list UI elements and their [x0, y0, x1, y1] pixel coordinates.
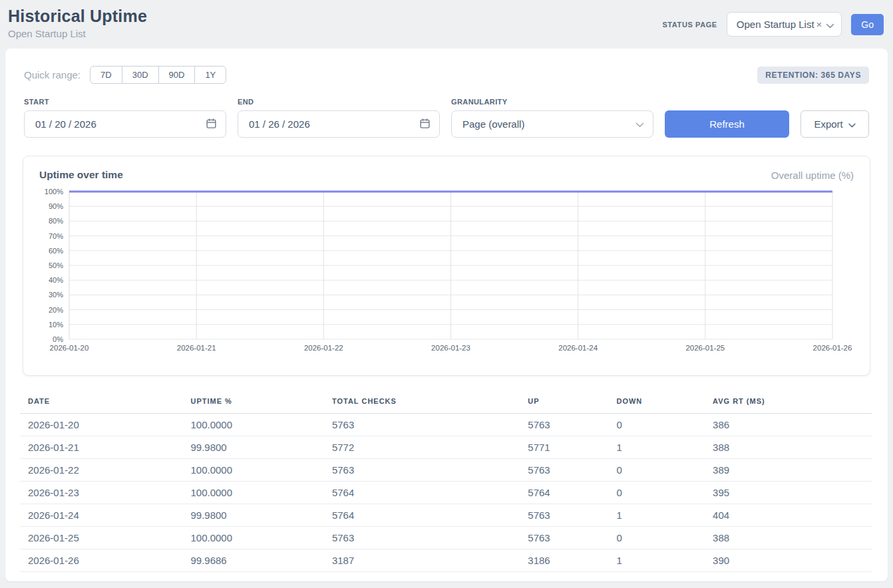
table-cell: 99.9800 — [182, 436, 323, 459]
table-cell: 1 — [608, 504, 705, 527]
chart-legend: Overall uptime (%) — [771, 170, 854, 181]
page-subtitle: Open Startup List — [8, 28, 147, 39]
table-cell: 2026-01-20 — [20, 414, 182, 436]
go-button[interactable]: Go — [851, 14, 884, 35]
table-cell: 5763 — [324, 527, 520, 549]
title-block: Historical Uptime Open Startup List — [8, 7, 147, 39]
status-page-label: STATUS PAGE — [662, 21, 717, 29]
table-cell: 2026-01-23 — [20, 482, 182, 504]
y-axis-tick: 10% — [49, 321, 63, 329]
start-date-input[interactable]: 01 / 20 / 2026 — [24, 110, 226, 138]
table-cell: 5764 — [324, 504, 520, 527]
topbar: Historical Uptime Open Startup List STAT… — [5, 0, 888, 49]
table-cell: 5763 — [520, 504, 608, 527]
topbar-right: STATUS PAGE Open Startup List × Go — [662, 12, 884, 37]
y-axis-tick: 30% — [49, 291, 63, 299]
historical-uptime-page: Historical Uptime Open Startup List STAT… — [0, 0, 893, 581]
column-header: UPTIME % — [182, 393, 323, 414]
start-date-field: START 01 / 20 / 2026 — [24, 98, 226, 138]
table-cell: 395 — [705, 482, 872, 504]
table-cell: 2026-01-26 — [20, 549, 182, 572]
table-row: 2026-01-2199.9800577257711388 — [20, 436, 872, 459]
quick-range-30d-button[interactable]: 30D — [122, 66, 159, 84]
y-axis-tick: 60% — [49, 247, 63, 255]
clear-icon[interactable]: × — [816, 19, 822, 29]
granularity-field: GRANULARITY Page (overall) — [451, 98, 653, 138]
y-axis-tick: 70% — [49, 232, 63, 240]
table-cell: 5763 — [520, 414, 608, 436]
table-header-row: DATEUPTIME %TOTAL CHECKSUPDOWNAVG RT (MS… — [20, 393, 872, 414]
table-cell: 388 — [705, 436, 872, 459]
quick-range-7d-button[interactable]: 7D — [90, 66, 122, 84]
table-cell: 404 — [705, 504, 872, 527]
start-date-value: 01 / 20 / 2026 — [35, 118, 96, 130]
table-cell: 2026-01-24 — [20, 504, 182, 527]
x-axis-tick: 2026-01-26 — [813, 344, 852, 352]
table-cell: 5763 — [324, 414, 520, 436]
uptime-table-section: DATEUPTIME %TOTAL CHECKSUPDOWNAVG RT (MS… — [20, 393, 872, 572]
chevron-down-icon — [848, 118, 856, 130]
table-cell: 5763 — [520, 459, 608, 482]
calendar-icon[interactable] — [206, 118, 217, 131]
table-row: 2026-01-2499.9800576457631404 — [20, 504, 872, 527]
y-axis-tick: 80% — [49, 217, 63, 225]
end-date-label: END — [238, 98, 440, 106]
granularity-value: Page (overall) — [462, 118, 524, 130]
column-header: DOWN — [608, 393, 705, 414]
table-cell: 5763 — [324, 459, 520, 482]
export-button-label: Export — [814, 118, 842, 130]
table-cell: 1 — [608, 549, 705, 572]
table-cell: 99.9800 — [182, 504, 323, 527]
table-cell: 386 — [705, 414, 872, 436]
column-header: DATE — [20, 393, 182, 414]
end-date-field: END 01 / 26 / 2026 — [238, 98, 440, 138]
table-row: 2026-01-25100.0000576357630388 — [20, 527, 872, 549]
quick-range-1y-button[interactable]: 1Y — [194, 66, 226, 84]
status-page-select[interactable]: Open Startup List × — [727, 12, 842, 37]
chevron-down-icon — [826, 19, 834, 31]
table-cell: 2026-01-22 — [20, 459, 182, 482]
column-header: UP — [520, 393, 608, 414]
y-axis-tick: 50% — [49, 261, 63, 269]
quick-range-90d-button[interactable]: 90D — [158, 66, 196, 84]
chart-canvas — [69, 192, 832, 339]
table-cell: 100.0000 — [182, 482, 323, 504]
x-axis-tick: 2026-01-20 — [50, 344, 89, 352]
granularity-label: GRANULARITY — [451, 98, 653, 106]
x-axis-tick: 2026-01-22 — [304, 344, 343, 352]
table-cell: 0 — [608, 527, 705, 549]
table-cell: 5772 — [324, 436, 520, 459]
y-axis-tick: 0% — [53, 335, 63, 343]
column-header: AVG RT (MS) — [705, 393, 872, 414]
quick-range-row: Quick range: 7D30D90D1Y RETENTION: 365 D… — [24, 66, 869, 84]
uptime-line-chart: 100%90%80%70%60%50%40%30%20%10%0%2026-01… — [69, 192, 832, 339]
table-cell: 0 — [608, 414, 705, 436]
x-axis-tick: 2026-01-23 — [431, 344, 470, 352]
status-page-select-value: Open Startup List — [737, 19, 814, 30]
y-axis-tick: 100% — [45, 188, 63, 196]
quick-range-group: 7D30D90D1Y — [90, 66, 226, 84]
calendar-icon[interactable] — [419, 118, 431, 131]
table-cell: 0 — [608, 482, 705, 504]
y-axis-tick: 20% — [49, 306, 63, 314]
uptime-table: DATEUPTIME %TOTAL CHECKSUPDOWNAVG RT (MS… — [20, 393, 872, 572]
quick-range-label: Quick range: — [24, 69, 81, 80]
table-cell: 100.0000 — [182, 414, 323, 436]
table-cell: 100.0000 — [182, 527, 323, 549]
y-axis-tick: 40% — [49, 276, 63, 284]
start-date-label: START — [24, 98, 226, 106]
granularity-select[interactable]: Page (overall) — [451, 110, 653, 138]
table-cell: 1 — [608, 436, 705, 459]
column-header: TOTAL CHECKS — [324, 393, 520, 414]
x-axis-tick: 2026-01-21 — [177, 344, 216, 352]
page-title: Historical Uptime — [8, 7, 147, 26]
table-cell: 3186 — [520, 549, 608, 572]
chart-header: Uptime over time Overall uptime (%) — [23, 169, 870, 181]
table-cell: 388 — [705, 527, 872, 549]
table-row: 2026-01-2699.9686318731861390 — [20, 549, 872, 572]
table-cell: 390 — [705, 549, 872, 572]
table-cell: 100.0000 — [182, 459, 323, 482]
end-date-input[interactable]: 01 / 26 / 2026 — [238, 110, 440, 138]
export-button[interactable]: Export — [801, 110, 869, 138]
refresh-button[interactable]: Refresh — [665, 110, 789, 138]
